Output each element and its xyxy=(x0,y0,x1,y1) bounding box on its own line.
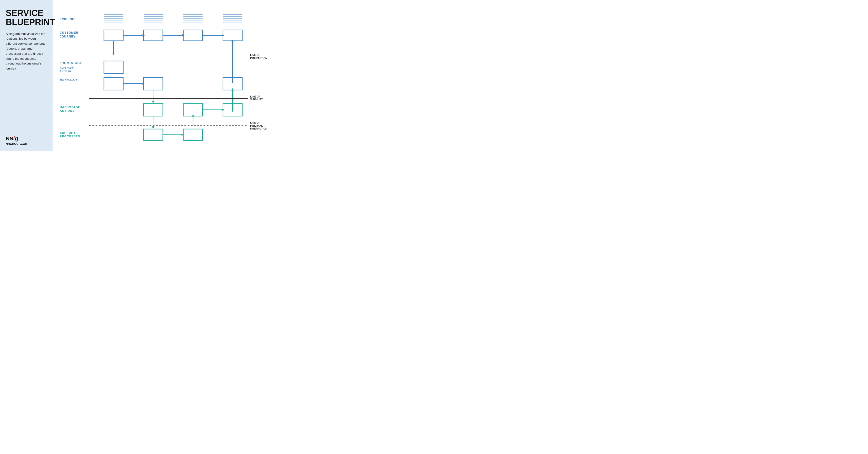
cj-to-frontstage-arrowhead xyxy=(112,53,115,55)
customer-journey-label2: JOURNEY xyxy=(60,35,75,38)
backstage-label2: ACTIONS xyxy=(60,109,74,113)
line-of-internal-label2: INTERNAL xyxy=(250,124,263,127)
support-label2: PROCESSES xyxy=(60,135,80,138)
support-box-2 xyxy=(183,129,203,140)
backstage-box-1 xyxy=(144,104,163,116)
support-label1: SUPPORT xyxy=(60,131,75,134)
evidence-doc-2 xyxy=(144,15,163,23)
backstage-to-tech-arrowhead xyxy=(231,88,234,90)
cj-box-4 xyxy=(223,30,242,41)
tech-box-1 xyxy=(104,78,123,90)
backstage-label1: BACKSTAGE xyxy=(60,105,80,109)
right-panel: EVIDENCE xyxy=(53,0,289,151)
cj-box-3 xyxy=(183,30,203,41)
cj-box-1 xyxy=(104,30,123,41)
evidence-doc-4 xyxy=(223,15,242,23)
line-of-visibility-label2: VISIBILITY xyxy=(250,98,263,101)
support-box-1 xyxy=(144,129,163,140)
line-of-internal-label3: INTERACTION xyxy=(250,127,267,130)
evidence-doc-3 xyxy=(183,15,203,23)
technology-label: TECHNOLOGY xyxy=(60,79,78,81)
left-bottom-section: NN/g NNGROUP.COM xyxy=(6,135,47,146)
frontstage-label: FRONTSTAGE xyxy=(60,61,82,65)
customer-journey-label: CUSTOMER xyxy=(60,31,79,34)
line-of-internal-label1: LINE OF xyxy=(250,121,260,124)
evidence-doc-1 xyxy=(104,15,123,23)
main-title: SERVICE BLUEPRINT xyxy=(6,9,47,27)
employee-box-1 xyxy=(104,61,123,73)
nng-logo: NN/g xyxy=(6,135,47,142)
employee-actions-label1: EMPLOYEE xyxy=(60,67,74,69)
tech-to-backstage-arrowhead xyxy=(152,100,154,103)
cj-box-2 xyxy=(144,30,163,41)
employee-actions-label2: ACTIONS xyxy=(60,70,71,72)
backstage-box-2 xyxy=(183,104,203,116)
logo-g: g xyxy=(15,135,18,142)
evidence-label: EVIDENCE xyxy=(60,18,77,21)
left-top-section: SERVICE BLUEPRINT A diagram that visuali… xyxy=(6,9,47,71)
website-text: NNGROUP.COM xyxy=(6,142,47,146)
description-text: A diagram that visualizes the relationsh… xyxy=(6,32,47,71)
left-panel: SERVICE BLUEPRINT A diagram that visuali… xyxy=(0,0,53,151)
line-of-interaction-label1: LINE OF xyxy=(250,54,260,56)
line-of-visibility-label1: LINE OF xyxy=(250,95,260,98)
backstage-to-support-arrowhead xyxy=(152,126,154,129)
tech-box-2 xyxy=(144,78,163,90)
blueprint-diagram: EVIDENCE xyxy=(60,5,282,147)
line-of-interaction-label2: INTERACTION xyxy=(250,57,267,60)
logo-nn: NN xyxy=(6,135,13,142)
support-to-backstage-arrowhead xyxy=(192,114,194,116)
